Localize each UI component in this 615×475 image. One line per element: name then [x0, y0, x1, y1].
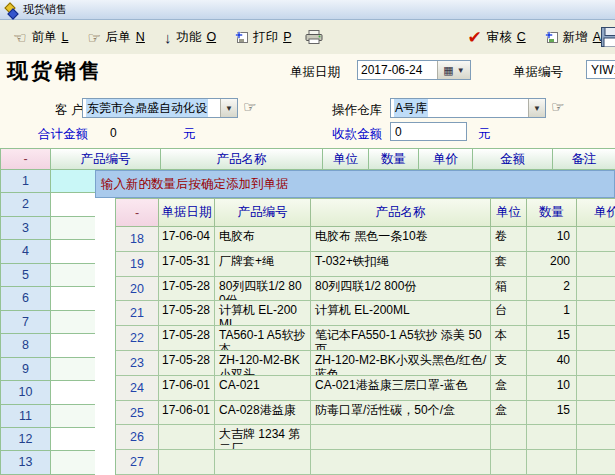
popup-header-product-name[interactable]: 产品名称 — [311, 198, 491, 227]
popup-row-number-cell[interactable]: 25 — [116, 401, 159, 426]
popup-product-name-cell[interactable] — [311, 425, 491, 450]
popup-qty-cell[interactable]: 200 — [527, 252, 577, 277]
popup-grid-row[interactable]: 25 17-06-01 CA-028港益康 防毒口罩/活性碳，50个/盒 盒 1… — [116, 401, 615, 426]
row-number-cell[interactable]: 1 — [1, 170, 51, 193]
popup-product-code-cell[interactable]: CA-021 — [215, 376, 311, 401]
popup-price-cell[interactable] — [577, 401, 615, 426]
popup-unit-cell[interactable]: 箱 — [491, 277, 527, 302]
popup-unit-cell[interactable]: 本 — [491, 326, 527, 351]
column-header-product-code[interactable]: 产品编号 — [51, 148, 161, 170]
popup-date-cell[interactable]: 17-05-28 — [159, 351, 215, 376]
popup-row-number-cell[interactable]: 26 — [116, 425, 159, 450]
popup-qty-cell[interactable]: 15 — [527, 401, 577, 426]
popup-date-cell[interactable]: 17-05-31 — [159, 252, 215, 277]
popup-unit-cell[interactable]: 盒 — [491, 401, 527, 426]
popup-product-code-cell[interactable]: 电胶布 — [215, 227, 311, 252]
row-number-cell[interactable]: 10 — [1, 381, 51, 404]
popup-qty-cell[interactable]: 15 — [527, 326, 577, 351]
row-number-cell[interactable]: 9 — [1, 358, 51, 381]
popup-grid-row[interactable]: 18 17-06-04 电胶布 电胶布 黑色一条10卷 卷 10 — [116, 227, 615, 252]
popup-unit-cell[interactable]: 台 — [491, 301, 527, 326]
popup-product-code-cell[interactable]: CA-028港益康 — [215, 401, 311, 426]
popup-qty-cell[interactable]: 10 — [527, 376, 577, 401]
popup-qty-cell[interactable]: 2 — [527, 277, 577, 302]
customer-dropdown-button[interactable]: ▼ — [220, 99, 237, 117]
popup-row-number-cell[interactable]: 20 — [116, 277, 159, 302]
popup-grid-row[interactable]: 23 17-05-28 ZH-120-M2-BK小双头 ZH-120-M2-BK… — [116, 351, 615, 376]
popup-header-date[interactable]: 单据日期 — [159, 198, 215, 227]
row-number-cell[interactable]: 3 — [1, 217, 51, 240]
popup-product-name-cell[interactable]: 防毒口罩/活性碳，50个/盒 — [311, 401, 491, 426]
popup-price-cell[interactable] — [577, 376, 615, 401]
popup-grid-row[interactable]: 19 17-05-31 厂牌套+绳 T-032+铁扣绳 套 200 — [116, 252, 615, 277]
next-doc-button[interactable]: ☞ 后单N — [82, 26, 149, 49]
popup-unit-cell[interactable] — [491, 450, 527, 475]
popup-header-rownum[interactable]: - — [116, 198, 159, 227]
popup-product-name-cell[interactable]: 笔记本FA550-1 A5软抄 添美 50页 — [311, 326, 491, 351]
column-header-remark[interactable]: 备注 — [553, 148, 615, 170]
popup-price-cell[interactable] — [577, 351, 615, 376]
popup-product-name-cell[interactable]: CA-021港益康三层口罩-蓝色 — [311, 376, 491, 401]
popup-unit-cell[interactable]: 支 — [491, 351, 527, 376]
popup-date-cell[interactable]: 17-05-28 — [159, 301, 215, 326]
popup-date-cell[interactable]: 17-05-28 — [159, 277, 215, 302]
column-header-qty[interactable]: 数量 — [369, 148, 419, 170]
popup-date-cell[interactable]: 17-05-28 — [159, 326, 215, 351]
popup-qty-cell[interactable] — [527, 425, 577, 450]
warehouse-select[interactable]: A号库 ▼ — [390, 98, 546, 118]
column-header-price[interactable]: 单价 — [419, 148, 473, 170]
popup-qty-cell[interactable]: 40 — [527, 351, 577, 376]
popup-grid-row[interactable]: 24 17-06-01 CA-021 CA-021港益康三层口罩-蓝色 盒 10 — [116, 376, 615, 401]
popup-unit-cell[interactable]: 卷 — [491, 227, 527, 252]
popup-grid-row[interactable]: 20 17-05-28 80列四联1/2 800份 80列四联1/2 800份 … — [116, 277, 615, 302]
row-number-cell[interactable]: 7 — [1, 311, 51, 334]
popup-price-cell[interactable] — [577, 301, 615, 326]
popup-price-cell[interactable] — [577, 326, 615, 351]
popup-product-name-cell[interactable]: T-032+铁扣绳 — [311, 252, 491, 277]
popup-row-number-cell[interactable]: 22 — [116, 326, 159, 351]
popup-product-name-cell[interactable] — [311, 450, 491, 475]
popup-price-cell[interactable] — [577, 227, 615, 252]
row-number-cell[interactable]: 5 — [1, 264, 51, 287]
popup-qty-cell[interactable]: 10 — [527, 227, 577, 252]
popup-date-cell[interactable] — [159, 450, 215, 475]
popup-qty-cell[interactable]: 1 — [527, 301, 577, 326]
row-number-cell[interactable]: 8 — [1, 334, 51, 357]
popup-row-number-cell[interactable]: 27 — [116, 450, 159, 475]
popup-grid-row[interactable]: 26 大吉牌 1234 第二厂 — [116, 425, 615, 450]
popup-grid-row[interactable]: 22 17-05-28 TA560-1 A5软抄本 笔记本FA550-1 A5软… — [116, 326, 615, 351]
popup-row-number-cell[interactable]: 19 — [116, 252, 159, 277]
popup-unit-cell[interactable]: 盒 — [491, 376, 527, 401]
popup-product-code-cell[interactable] — [215, 450, 311, 475]
calendar-dropdown-button[interactable]: ▦ ▼ — [437, 61, 470, 79]
row-number-cell[interactable]: 13 — [1, 451, 51, 474]
popup-header-qty[interactable]: 数量 — [527, 198, 577, 227]
doc-date-picker[interactable]: 2017-06-24 ▦ ▼ — [357, 60, 471, 80]
popup-price-cell[interactable] — [577, 277, 615, 302]
popup-date-cell[interactable]: 17-06-01 — [159, 376, 215, 401]
row-number-cell[interactable]: 12 — [1, 428, 51, 451]
popup-product-code-cell[interactable]: 大吉牌 1234 第二厂 — [215, 425, 311, 450]
doc-no-field[interactable]: YIW1 — [586, 60, 615, 79]
prev-doc-button[interactable]: ☜ 前单L — [8, 26, 73, 49]
row-number-cell[interactable]: 4 — [1, 240, 51, 263]
customer-select[interactable]: 东莞市合鼎盛自动化设 ▼ — [82, 98, 238, 118]
audit-button[interactable]: ✔ 审核C — [462, 26, 530, 49]
popup-product-code-cell[interactable]: 80列四联1/2 800份 — [215, 277, 311, 302]
popup-header-price[interactable]: 单价 — [577, 198, 615, 227]
popup-grid-row[interactable]: 21 17-05-28 计算机 EL-200ML 计算机 EL-200ML 台 … — [116, 301, 615, 326]
popup-row-number-cell[interactable]: 24 — [116, 376, 159, 401]
popup-product-name-cell[interactable]: ZH-120-M2-BK小双头黑色/红色/蓝色 — [311, 351, 491, 376]
column-header-unit[interactable]: 单位 — [323, 148, 369, 170]
popup-row-number-cell[interactable]: 18 — [116, 227, 159, 252]
popup-date-cell[interactable] — [159, 425, 215, 450]
row-number-cell[interactable]: 6 — [1, 287, 51, 310]
popup-product-code-cell[interactable]: ZH-120-M2-BK小双头 — [215, 351, 311, 376]
warehouse-dropdown-button[interactable]: ▼ — [528, 99, 545, 117]
popup-grid-row[interactable]: 27 — [116, 450, 615, 475]
warehouse-browse-icon[interactable]: ☞ — [551, 99, 564, 114]
popup-product-code-cell[interactable]: 计算机 EL-200ML — [215, 301, 311, 326]
popup-qty-cell[interactable] — [527, 450, 577, 475]
popup-product-code-cell[interactable]: 厂牌套+绳 — [215, 252, 311, 277]
column-header-product-name[interactable]: 产品名称 — [161, 148, 323, 170]
